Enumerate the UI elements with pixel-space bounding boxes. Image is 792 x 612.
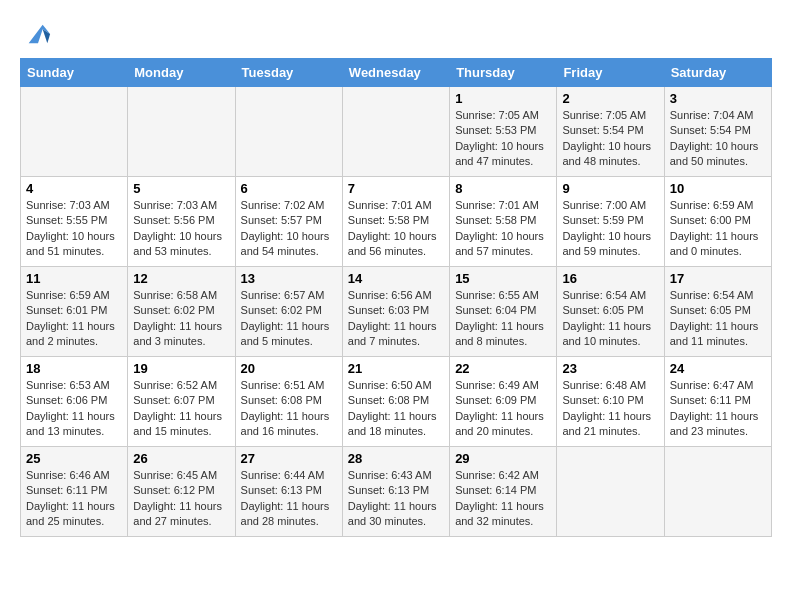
day-info: Sunrise: 7:05 AM Sunset: 5:54 PM Dayligh… <box>562 108 658 170</box>
day-number: 7 <box>348 181 444 196</box>
column-header-tuesday: Tuesday <box>235 59 342 87</box>
day-info: Sunrise: 6:51 AM Sunset: 6:08 PM Dayligh… <box>241 378 337 440</box>
day-number: 24 <box>670 361 766 376</box>
day-info: Sunrise: 7:04 AM Sunset: 5:54 PM Dayligh… <box>670 108 766 170</box>
calendar-cell: 1Sunrise: 7:05 AM Sunset: 5:53 PM Daylig… <box>450 87 557 177</box>
day-number: 14 <box>348 271 444 286</box>
day-number: 22 <box>455 361 551 376</box>
calendar-cell: 14Sunrise: 6:56 AM Sunset: 6:03 PM Dayli… <box>342 267 449 357</box>
calendar-cell: 29Sunrise: 6:42 AM Sunset: 6:14 PM Dayli… <box>450 447 557 537</box>
day-info: Sunrise: 7:03 AM Sunset: 5:56 PM Dayligh… <box>133 198 229 260</box>
calendar-cell: 18Sunrise: 6:53 AM Sunset: 6:06 PM Dayli… <box>21 357 128 447</box>
column-header-thursday: Thursday <box>450 59 557 87</box>
calendar-week-row: 4Sunrise: 7:03 AM Sunset: 5:55 PM Daylig… <box>21 177 772 267</box>
day-number: 23 <box>562 361 658 376</box>
day-info: Sunrise: 7:01 AM Sunset: 5:58 PM Dayligh… <box>348 198 444 260</box>
day-info: Sunrise: 7:00 AM Sunset: 5:59 PM Dayligh… <box>562 198 658 260</box>
day-info: Sunrise: 6:47 AM Sunset: 6:11 PM Dayligh… <box>670 378 766 440</box>
calendar-cell: 22Sunrise: 6:49 AM Sunset: 6:09 PM Dayli… <box>450 357 557 447</box>
day-number: 1 <box>455 91 551 106</box>
day-number: 9 <box>562 181 658 196</box>
day-info: Sunrise: 6:56 AM Sunset: 6:03 PM Dayligh… <box>348 288 444 350</box>
day-number: 29 <box>455 451 551 466</box>
day-info: Sunrise: 6:42 AM Sunset: 6:14 PM Dayligh… <box>455 468 551 530</box>
day-number: 8 <box>455 181 551 196</box>
day-number: 28 <box>348 451 444 466</box>
calendar-cell: 26Sunrise: 6:45 AM Sunset: 6:12 PM Dayli… <box>128 447 235 537</box>
day-number: 18 <box>26 361 122 376</box>
calendar-cell: 3Sunrise: 7:04 AM Sunset: 5:54 PM Daylig… <box>664 87 771 177</box>
column-header-monday: Monday <box>128 59 235 87</box>
day-info: Sunrise: 6:55 AM Sunset: 6:04 PM Dayligh… <box>455 288 551 350</box>
day-info: Sunrise: 7:02 AM Sunset: 5:57 PM Dayligh… <box>241 198 337 260</box>
calendar-cell: 13Sunrise: 6:57 AM Sunset: 6:02 PM Dayli… <box>235 267 342 357</box>
calendar-cell: 21Sunrise: 6:50 AM Sunset: 6:08 PM Dayli… <box>342 357 449 447</box>
calendar-cell <box>235 87 342 177</box>
calendar-cell: 16Sunrise: 6:54 AM Sunset: 6:05 PM Dayli… <box>557 267 664 357</box>
calendar-header-row: SundayMondayTuesdayWednesdayThursdayFrid… <box>21 59 772 87</box>
day-info: Sunrise: 7:03 AM Sunset: 5:55 PM Dayligh… <box>26 198 122 260</box>
calendar-cell: 19Sunrise: 6:52 AM Sunset: 6:07 PM Dayli… <box>128 357 235 447</box>
day-info: Sunrise: 6:54 AM Sunset: 6:05 PM Dayligh… <box>670 288 766 350</box>
day-number: 16 <box>562 271 658 286</box>
calendar-cell: 24Sunrise: 6:47 AM Sunset: 6:11 PM Dayli… <box>664 357 771 447</box>
day-info: Sunrise: 6:50 AM Sunset: 6:08 PM Dayligh… <box>348 378 444 440</box>
day-number: 17 <box>670 271 766 286</box>
day-info: Sunrise: 6:58 AM Sunset: 6:02 PM Dayligh… <box>133 288 229 350</box>
calendar-cell <box>342 87 449 177</box>
day-number: 25 <box>26 451 122 466</box>
day-info: Sunrise: 6:48 AM Sunset: 6:10 PM Dayligh… <box>562 378 658 440</box>
calendar-cell: 23Sunrise: 6:48 AM Sunset: 6:10 PM Dayli… <box>557 357 664 447</box>
day-number: 5 <box>133 181 229 196</box>
column-header-saturday: Saturday <box>664 59 771 87</box>
calendar-week-row: 18Sunrise: 6:53 AM Sunset: 6:06 PM Dayli… <box>21 357 772 447</box>
calendar-cell: 17Sunrise: 6:54 AM Sunset: 6:05 PM Dayli… <box>664 267 771 357</box>
calendar-cell <box>557 447 664 537</box>
calendar-cell: 7Sunrise: 7:01 AM Sunset: 5:58 PM Daylig… <box>342 177 449 267</box>
day-number: 20 <box>241 361 337 376</box>
day-info: Sunrise: 6:44 AM Sunset: 6:13 PM Dayligh… <box>241 468 337 530</box>
day-number: 26 <box>133 451 229 466</box>
day-info: Sunrise: 6:45 AM Sunset: 6:12 PM Dayligh… <box>133 468 229 530</box>
logo <box>20 20 52 48</box>
day-info: Sunrise: 6:59 AM Sunset: 6:01 PM Dayligh… <box>26 288 122 350</box>
calendar-cell: 28Sunrise: 6:43 AM Sunset: 6:13 PM Dayli… <box>342 447 449 537</box>
day-number: 6 <box>241 181 337 196</box>
day-info: Sunrise: 6:57 AM Sunset: 6:02 PM Dayligh… <box>241 288 337 350</box>
calendar-cell <box>664 447 771 537</box>
day-number: 3 <box>670 91 766 106</box>
day-info: Sunrise: 6:53 AM Sunset: 6:06 PM Dayligh… <box>26 378 122 440</box>
page-header <box>20 20 772 48</box>
calendar-cell: 11Sunrise: 6:59 AM Sunset: 6:01 PM Dayli… <box>21 267 128 357</box>
day-info: Sunrise: 7:01 AM Sunset: 5:58 PM Dayligh… <box>455 198 551 260</box>
day-info: Sunrise: 6:52 AM Sunset: 6:07 PM Dayligh… <box>133 378 229 440</box>
calendar-cell: 9Sunrise: 7:00 AM Sunset: 5:59 PM Daylig… <box>557 177 664 267</box>
day-number: 13 <box>241 271 337 286</box>
column-header-friday: Friday <box>557 59 664 87</box>
day-info: Sunrise: 6:43 AM Sunset: 6:13 PM Dayligh… <box>348 468 444 530</box>
day-info: Sunrise: 6:54 AM Sunset: 6:05 PM Dayligh… <box>562 288 658 350</box>
calendar-cell: 6Sunrise: 7:02 AM Sunset: 5:57 PM Daylig… <box>235 177 342 267</box>
calendar-week-row: 1Sunrise: 7:05 AM Sunset: 5:53 PM Daylig… <box>21 87 772 177</box>
calendar-cell <box>128 87 235 177</box>
calendar-cell: 20Sunrise: 6:51 AM Sunset: 6:08 PM Dayli… <box>235 357 342 447</box>
day-info: Sunrise: 6:59 AM Sunset: 6:00 PM Dayligh… <box>670 198 766 260</box>
calendar-week-row: 25Sunrise: 6:46 AM Sunset: 6:11 PM Dayli… <box>21 447 772 537</box>
day-number: 19 <box>133 361 229 376</box>
calendar-cell <box>21 87 128 177</box>
day-number: 12 <box>133 271 229 286</box>
calendar-cell: 27Sunrise: 6:44 AM Sunset: 6:13 PM Dayli… <box>235 447 342 537</box>
calendar-cell: 4Sunrise: 7:03 AM Sunset: 5:55 PM Daylig… <box>21 177 128 267</box>
day-number: 4 <box>26 181 122 196</box>
calendar-week-row: 11Sunrise: 6:59 AM Sunset: 6:01 PM Dayli… <box>21 267 772 357</box>
calendar-cell: 15Sunrise: 6:55 AM Sunset: 6:04 PM Dayli… <box>450 267 557 357</box>
calendar-cell: 8Sunrise: 7:01 AM Sunset: 5:58 PM Daylig… <box>450 177 557 267</box>
calendar-cell: 5Sunrise: 7:03 AM Sunset: 5:56 PM Daylig… <box>128 177 235 267</box>
day-number: 15 <box>455 271 551 286</box>
day-info: Sunrise: 6:49 AM Sunset: 6:09 PM Dayligh… <box>455 378 551 440</box>
column-header-sunday: Sunday <box>21 59 128 87</box>
day-number: 10 <box>670 181 766 196</box>
calendar-cell: 2Sunrise: 7:05 AM Sunset: 5:54 PM Daylig… <box>557 87 664 177</box>
calendar-cell: 12Sunrise: 6:58 AM Sunset: 6:02 PM Dayli… <box>128 267 235 357</box>
day-number: 2 <box>562 91 658 106</box>
